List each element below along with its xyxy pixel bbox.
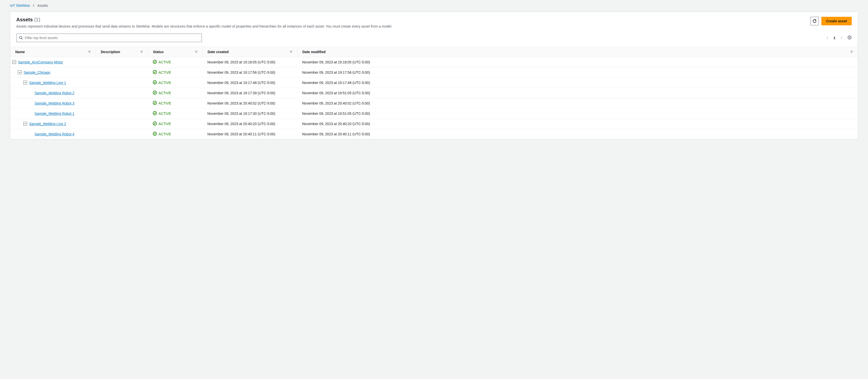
col-header-created[interactable]: Date created▽ <box>202 47 297 57</box>
check-circle-icon <box>153 60 157 65</box>
cell-created: November 09, 2023 at 19:17:39 (UTC-5:00) <box>202 88 297 98</box>
page-next-button[interactable] <box>840 36 843 39</box>
table-row: −Sample_AnyCompany MotorACTIVENovember 0… <box>10 57 858 67</box>
tree-collapse-toggle[interactable]: − <box>18 70 22 74</box>
search-input[interactable] <box>25 36 199 40</box>
cell-status: ACTIVE <box>148 88 202 98</box>
cell-created: November 09, 2023 at 19:17:56 (UTC-5:00) <box>202 67 297 77</box>
cell-name: Sample_Welding Robot 4 <box>10 129 95 139</box>
create-asset-button[interactable]: Create asset <box>822 17 852 25</box>
cell-description <box>95 129 148 139</box>
page-number: 1 <box>833 36 835 40</box>
gear-icon <box>847 35 852 40</box>
table-row: −Sample_Welding Line 2ACTIVENovember 09,… <box>10 119 858 129</box>
cell-modified: November 09, 2023 at 19:51:05 (UTC-5:00) <box>297 108 858 119</box>
cell-status: ACTIVE <box>148 129 202 139</box>
cell-description <box>95 98 148 108</box>
breadcrumb: IoT SiteWise Assets <box>0 0 868 10</box>
cell-name: −Sample_AnyCompany Motor <box>10 57 95 67</box>
cell-created: November 09, 2023 at 19:17:30 (UTC-5:00) <box>202 108 297 119</box>
cell-modified: November 09, 2023 at 20:40:20 (UTC-5:00) <box>297 119 858 129</box>
page-title: Assets (1) <box>16 17 40 22</box>
paginator: 1 <box>826 35 852 40</box>
asset-link[interactable]: Sample_AnyCompany Motor <box>18 60 63 64</box>
check-circle-icon <box>153 132 157 137</box>
check-circle-icon <box>153 91 157 95</box>
cell-created: November 09, 2023 at 20:40:02 (UTC-5:00) <box>202 98 297 108</box>
table-row: Sample_Welding Robot 2ACTIVENovember 09,… <box>10 88 858 98</box>
table-row: Sample_Welding Robot 4ACTIVENovember 09,… <box>10 129 858 139</box>
check-circle-icon <box>153 101 157 106</box>
check-circle-icon <box>153 80 157 85</box>
tree-collapse-toggle[interactable]: − <box>23 122 27 126</box>
cell-name: −Sample_Welding Line 1 <box>10 78 95 88</box>
check-circle-icon <box>153 121 157 126</box>
refresh-icon <box>813 19 816 23</box>
page-description: Assets represent industrial devices and … <box>16 24 810 29</box>
settings-button[interactable] <box>847 35 852 40</box>
cell-created: November 09, 2023 at 19:17:48 (UTC-5:00) <box>202 78 297 88</box>
status-badge: ACTIVE <box>153 70 171 75</box>
cell-name: Sample_Welding Robot 3 <box>10 98 95 108</box>
table-header: Name▽ Description▽ Status▽ Date created▽… <box>10 46 858 57</box>
check-circle-icon <box>153 111 157 116</box>
status-badge: ACTIVE <box>153 132 171 137</box>
status-badge: ACTIVE <box>153 121 171 126</box>
cell-name: −Sample_Chicago <box>10 67 95 77</box>
cell-status: ACTIVE <box>148 57 202 67</box>
asset-link[interactable]: Sample_Welding Line 1 <box>29 81 66 85</box>
caret-down-icon: ▽ <box>141 51 143 53</box>
cell-description <box>95 108 148 119</box>
assets-count: (1) <box>34 17 40 22</box>
breadcrumb-current: Assets <box>37 3 48 7</box>
caret-down-icon: ▽ <box>195 51 197 53</box>
tree-collapse-toggle[interactable]: − <box>12 60 16 64</box>
col-header-name[interactable]: Name▽ <box>10 47 95 57</box>
search-container[interactable] <box>16 34 202 42</box>
col-header-modified[interactable]: Date modified▽ <box>297 47 858 57</box>
check-circle-icon <box>153 70 157 75</box>
table-body: −Sample_AnyCompany MotorACTIVENovember 0… <box>10 57 858 139</box>
table-row: −Sample_ChicagoACTIVENovember 09, 2023 a… <box>10 67 858 78</box>
table-row: Sample_Welding Robot 3ACTIVENovember 09,… <box>10 98 858 108</box>
assets-panel: Assets (1) Assets represent industrial d… <box>10 11 858 139</box>
cell-description <box>95 119 148 129</box>
asset-link[interactable]: Sample_Chicago <box>24 70 51 74</box>
cell-status: ACTIVE <box>148 67 202 77</box>
cell-modified: November 09, 2023 at 19:51:05 (UTC-5:00) <box>297 88 858 98</box>
col-header-description[interactable]: Description▽ <box>95 47 148 57</box>
cell-status: ACTIVE <box>148 108 202 119</box>
status-badge: ACTIVE <box>153 80 171 85</box>
cell-modified: November 09, 2023 at 20:40:02 (UTC-5:00) <box>297 98 858 108</box>
search-icon <box>19 36 23 40</box>
asset-link[interactable]: Sample_Welding Robot 1 <box>35 112 74 116</box>
chevron-right-icon <box>840 36 843 39</box>
col-header-status[interactable]: Status▽ <box>148 47 202 57</box>
page-prev-button[interactable] <box>826 36 829 39</box>
chevron-left-icon <box>826 36 829 39</box>
cell-description <box>95 67 148 77</box>
asset-link[interactable]: Sample_Welding Robot 4 <box>35 132 74 136</box>
table-row: −Sample_Welding Line 1ACTIVENovember 09,… <box>10 78 858 88</box>
asset-link[interactable]: Sample_Welding Robot 3 <box>35 101 74 105</box>
cell-name: −Sample_Welding Line 2 <box>10 119 95 129</box>
cell-description <box>95 57 148 67</box>
cell-modified: November 09, 2023 at 19:17:56 (UTC-5:00) <box>297 67 858 77</box>
breadcrumb-root-link[interactable]: IoT SiteWise <box>10 3 30 7</box>
status-badge: ACTIVE <box>153 101 171 106</box>
cell-status: ACTIVE <box>148 78 202 88</box>
status-badge: ACTIVE <box>153 111 171 116</box>
tree-collapse-toggle[interactable]: − <box>23 81 27 85</box>
cell-modified: November 09, 2023 at 19:18:05 (UTC-5:00) <box>297 57 858 67</box>
caret-down-icon: ▽ <box>290 51 292 53</box>
chevron-right-icon <box>32 3 35 7</box>
refresh-button[interactable] <box>810 17 819 25</box>
asset-link[interactable]: Sample_Welding Robot 2 <box>35 91 74 95</box>
caret-down-icon: ▽ <box>89 51 91 53</box>
caret-down-icon: ▽ <box>851 51 853 53</box>
cell-description <box>95 78 148 88</box>
cell-name: Sample_Welding Robot 1 <box>10 108 95 119</box>
asset-link[interactable]: Sample_Welding Line 2 <box>29 122 66 126</box>
cell-created: November 09, 2023 at 20:40:20 (UTC-5:00) <box>202 119 297 129</box>
table-row: Sample_Welding Robot 1ACTIVENovember 09,… <box>10 108 858 119</box>
